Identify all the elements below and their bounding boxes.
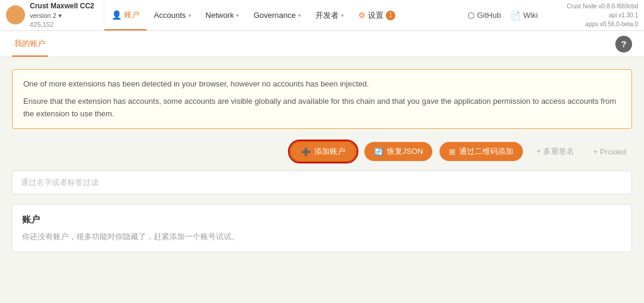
multisig-label: + 多重签名 bbox=[536, 146, 574, 157]
tab-my-accounts-label: 我的账户 bbox=[14, 38, 45, 49]
nav-developer-label: 开发者 bbox=[315, 10, 339, 21]
settings-badge: 1 bbox=[386, 11, 395, 20]
nav-governance-chevron-icon: ▾ bbox=[298, 13, 301, 18]
multisig-button[interactable]: + 多重签名 bbox=[530, 142, 580, 161]
nav-network-chevron-icon: ▾ bbox=[236, 13, 239, 18]
nav-accounts-text: Accounts bbox=[154, 11, 185, 20]
restore-json-button[interactable]: 🔄 恢复JSON bbox=[364, 142, 433, 161]
api-version: api v1.30.1 bbox=[543, 11, 638, 20]
proxied-label: + Proxied bbox=[593, 147, 626, 156]
nav-settings-label: 设置 bbox=[368, 10, 383, 21]
restore-icon: 🔄 bbox=[374, 147, 383, 156]
nav-menu: 👤 账户 Accounts ▾ Network ▾ Governance ▾ 开… bbox=[104, 0, 467, 30]
brand-block-number: #25,152 bbox=[30, 20, 94, 29]
nav-item-accounts[interactable]: Accounts ▾ bbox=[147, 0, 198, 30]
nav-item-governance[interactable]: Governance ▾ bbox=[246, 0, 308, 30]
nav-item-developer[interactable]: 开发者 ▾ bbox=[308, 0, 351, 30]
add-account-button[interactable]: ➕ 添加账户 bbox=[289, 141, 357, 162]
version-info: Crust Node v0.8.0-f669cbd api v1.30.1 ap… bbox=[543, 2, 638, 29]
nav-item-network[interactable]: Network ▾ bbox=[199, 0, 247, 30]
qr-icon: ⊞ bbox=[449, 147, 456, 156]
nav-item-settings[interactable]: ⚙ 设置 1 bbox=[351, 0, 402, 30]
brand-name: Crust Maxwell CC2 bbox=[30, 1, 94, 11]
warning-box: One of more extensions has been detected… bbox=[12, 69, 632, 129]
brand-avatar bbox=[6, 5, 25, 24]
nav-governance-label: Governance bbox=[253, 11, 296, 20]
subheader-tabs: 我的账户 bbox=[12, 31, 57, 57]
github-icon: ⬡ bbox=[467, 11, 475, 20]
wiki-label: Wiki bbox=[523, 11, 538, 20]
settings-gear-icon: ⚙ bbox=[358, 11, 366, 20]
filter-placeholder: 通过名字或者标签过滤 bbox=[21, 178, 98, 187]
wiki-link[interactable]: 📄 Wiki bbox=[510, 11, 538, 20]
add-account-label: 添加账户 bbox=[314, 146, 345, 157]
nav-right-links: ⬡ GitHub 📄 Wiki bbox=[467, 11, 543, 20]
add-icon: ➕ bbox=[301, 147, 311, 156]
accounts-person-icon: 👤 bbox=[112, 10, 122, 20]
accounts-title: 账户 bbox=[22, 214, 622, 225]
restore-json-label: 恢复JSON bbox=[387, 146, 423, 157]
filter-bar[interactable]: 通过名字或者标签过滤 bbox=[12, 171, 632, 194]
add-qr-label: 通过二维码添加 bbox=[459, 146, 513, 157]
top-navbar: Crust Maxwell CC2 version 2 ▾ #25,152 👤 … bbox=[0, 0, 644, 31]
action-row: ➕ 添加账户 🔄 恢复JSON ⊞ 通过二维码添加 + 多重签名 + Proxi… bbox=[12, 141, 632, 162]
apps-version: apps v0.56.0-beta.0 bbox=[543, 20, 638, 29]
proxied-button[interactable]: + Proxied bbox=[587, 143, 632, 160]
accounts-empty-text: 你还没有账户，很多功能对你隐藏了，赶紧添加一个账号试试。 bbox=[22, 231, 622, 242]
subheader: 我的账户 ? bbox=[0, 31, 644, 57]
accounts-section: 账户 你还没有账户，很多功能对你隐藏了，赶紧添加一个账号试试。 bbox=[12, 204, 632, 252]
nav-accounts-label: 账户 bbox=[124, 10, 140, 20]
warning-line2: Ensure that the extension has accounts, … bbox=[23, 95, 621, 120]
nav-network-label: Network bbox=[206, 11, 234, 20]
github-label: GitHub bbox=[477, 11, 501, 20]
add-qr-button[interactable]: ⊞ 通过二维码添加 bbox=[439, 142, 523, 161]
warning-line1: One of more extensions has been detected… bbox=[23, 78, 621, 91]
brand-version: version 2 ▾ bbox=[30, 11, 94, 20]
brand-block[interactable]: Crust Maxwell CC2 version 2 ▾ #25,152 bbox=[6, 1, 104, 30]
github-link[interactable]: ⬡ GitHub bbox=[467, 11, 501, 20]
tab-my-accounts[interactable]: 我的账户 bbox=[12, 31, 48, 57]
node-version: Crust Node v0.8.0-f669cbd bbox=[543, 2, 638, 11]
help-button[interactable]: ? bbox=[615, 36, 632, 52]
help-icon: ? bbox=[621, 39, 626, 49]
nav-item-accounts-icon[interactable]: 👤 账户 bbox=[104, 0, 147, 30]
main-content: One of more extensions has been detected… bbox=[0, 57, 644, 264]
nav-accounts-chevron-icon: ▾ bbox=[188, 13, 191, 18]
nav-developer-chevron-icon: ▾ bbox=[341, 13, 344, 18]
wiki-icon: 📄 bbox=[510, 11, 521, 20]
